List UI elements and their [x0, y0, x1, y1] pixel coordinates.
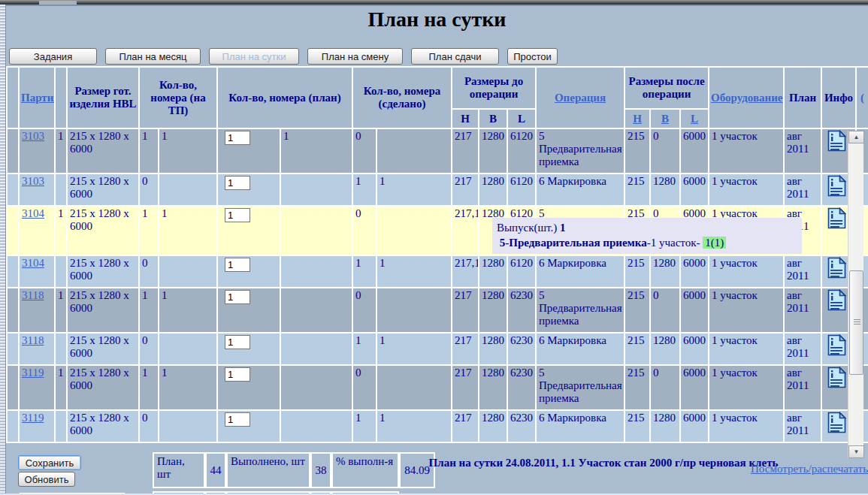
info-icon[interactable]: [827, 130, 846, 155]
scroll-up-arrow-icon[interactable]: ▲: [848, 131, 864, 143]
table-row: 3118 215 x 1280 x 6000 0 1 1 217 1280 62…: [7, 333, 868, 365]
scrollbar-thumb[interactable]: [849, 270, 863, 375]
header-l-after: L: [680, 109, 709, 128]
operation-sort-link[interactable]: Операция: [555, 92, 606, 104]
plan-table-wrap: Партия Размер гот. изделия HBL Кол-во, н…: [6, 66, 868, 443]
b-before-cell: 1280: [479, 174, 507, 206]
party-cell: 3119: [19, 365, 55, 410]
b-before-cell: 1280: [479, 410, 507, 442]
page: План на сутки Задания План на месяц План…: [6, 5, 868, 495]
done-qty-label: Выполнено, шт: [226, 452, 310, 488]
header-plan: План: [784, 67, 821, 128]
header-b-after: B: [650, 109, 680, 128]
plan-qty-cell: [217, 206, 280, 255]
plan-qty-input[interactable]: [225, 335, 250, 349]
tp-nums-cell: [159, 174, 217, 206]
refresh-button[interactable]: Обновить: [18, 472, 75, 487]
done-nums-cell: 1: [377, 174, 452, 206]
plan-qty-cell: [217, 128, 280, 174]
party-link[interactable]: 3119: [22, 367, 44, 379]
save-button[interactable]: Сохранить: [18, 455, 81, 470]
plan-qty-input[interactable]: [225, 258, 250, 272]
info-icon[interactable]: [827, 289, 846, 314]
plan-qty-value: 44: [205, 452, 226, 488]
plan-nums-cell: [280, 410, 352, 442]
scrollbar-grip-icon: [854, 319, 860, 325]
operation-cell: 5 Предварительная приемка: [536, 365, 625, 410]
party-link[interactable]: 3103: [22, 175, 44, 187]
party-link[interactable]: 3104: [22, 257, 44, 269]
info-icon[interactable]: [827, 257, 846, 282]
done-qty-cell: 1: [352, 174, 377, 206]
equipment-cell: 1 участок: [709, 365, 784, 410]
h-after-sort-link[interactable]: H: [633, 113, 642, 125]
size-cell: 215 x 1280 x 6000: [67, 288, 139, 333]
party-link[interactable]: 3104: [22, 207, 44, 219]
plan-qty-cell: [217, 365, 280, 410]
tab-plan-na-sutki[interactable]: План на сутки: [209, 48, 299, 65]
tab-plan-na-smenu[interactable]: План на смену: [307, 48, 403, 65]
b-before-cell: 1280: [479, 365, 507, 410]
tp-nums-cell: 1: [159, 206, 217, 255]
party-link[interactable]: 3119: [22, 412, 44, 424]
party-link[interactable]: 3118: [22, 289, 44, 301]
done-nums-cell: 1: [377, 255, 452, 288]
party-link[interactable]: 3118: [22, 334, 44, 346]
tab-prostoi[interactable]: Простои: [507, 48, 558, 65]
table-row: 3118 1 215 x 1280 x 6000 1 1 0 217 1280 …: [7, 288, 868, 333]
size-cell: 215 x 1280 x 6000: [67, 128, 139, 174]
row-spacer-cell: [7, 174, 19, 206]
vertical-scrollbar[interactable]: ▲ ▼: [848, 131, 863, 458]
plan-qty-input[interactable]: [225, 208, 250, 222]
plan-qty-input[interactable]: [225, 367, 250, 382]
header-info: Инфо: [821, 67, 856, 128]
h-after-cell: 215: [625, 128, 650, 174]
plan-qty-input[interactable]: [225, 131, 250, 145]
operation-cell: 5 Предварительная приемка: [536, 288, 625, 333]
party-link[interactable]: 3103: [22, 130, 44, 142]
footer-caption: План на сутки 24.08.2011, 1.1 Участок ст…: [423, 455, 784, 470]
lot-cell: 1: [55, 206, 67, 255]
h-after-cell: 215: [625, 174, 650, 206]
header-size: Размер гот. изделия HBL: [67, 67, 139, 128]
plan-qty-cell: [217, 288, 280, 333]
tab-zadaniya[interactable]: Задания: [9, 48, 97, 65]
equipment-sort-link[interactable]: Оборудование: [711, 92, 782, 104]
lot-cell: [55, 410, 67, 442]
info-icon[interactable]: [827, 412, 846, 436]
page-title: План на сутки: [6, 8, 868, 32]
done-qty-cell: 0: [352, 128, 377, 174]
party-sort-link[interactable]: Партия: [21, 92, 55, 104]
b-after-cell: 0: [650, 288, 680, 333]
h-after-cell: 215: [625, 288, 650, 333]
info-icon[interactable]: [827, 175, 846, 200]
operation-tooltip: Выпуск(шт.) 1 5-Предварительная приемка-…: [492, 218, 802, 254]
scroll-down-arrow-icon[interactable]: ▼: [848, 445, 864, 458]
h-before-cell: 217,1: [452, 255, 479, 288]
plan-nums-cell: [280, 174, 352, 206]
info-icon[interactable]: [827, 207, 846, 232]
done-nums-cell: 1: [377, 410, 452, 442]
info-icon[interactable]: [827, 367, 846, 391]
l-after-cell: 6000: [680, 128, 709, 174]
info-icon[interactable]: [827, 334, 846, 359]
tab-plan-sdachi[interactable]: План сдачи: [411, 48, 499, 65]
left-edge-strip: [0, 5, 6, 495]
b-after-sort-link[interactable]: B: [661, 113, 669, 125]
plan-nums-cell: [280, 365, 352, 410]
row-spacer-cell: [7, 206, 19, 255]
size-cell: 215 x 1280 x 6000: [67, 410, 139, 442]
tab-plan-na-mesyac[interactable]: План на месяц: [105, 48, 201, 65]
lot-cell: 1: [55, 288, 67, 333]
l-after-cell: 6000: [680, 288, 709, 333]
size-cell: 215 x 1280 x 6000: [67, 174, 139, 206]
done-qty-cell: 1: [352, 410, 377, 442]
plan-qty-input[interactable]: [225, 176, 250, 190]
plan-qty-input[interactable]: [225, 412, 250, 427]
b-after-cell: 1280: [650, 333, 680, 365]
table-row: 3103 1 215 x 1280 x 6000 1 1 1 0 217 128…: [7, 128, 868, 174]
equipment-cell: 1 участок: [709, 174, 784, 206]
print-view-link[interactable]: Посмотреть/распечатать: [751, 463, 868, 475]
l-after-sort-link[interactable]: L: [691, 113, 698, 125]
plan-qty-input[interactable]: [225, 290, 250, 304]
